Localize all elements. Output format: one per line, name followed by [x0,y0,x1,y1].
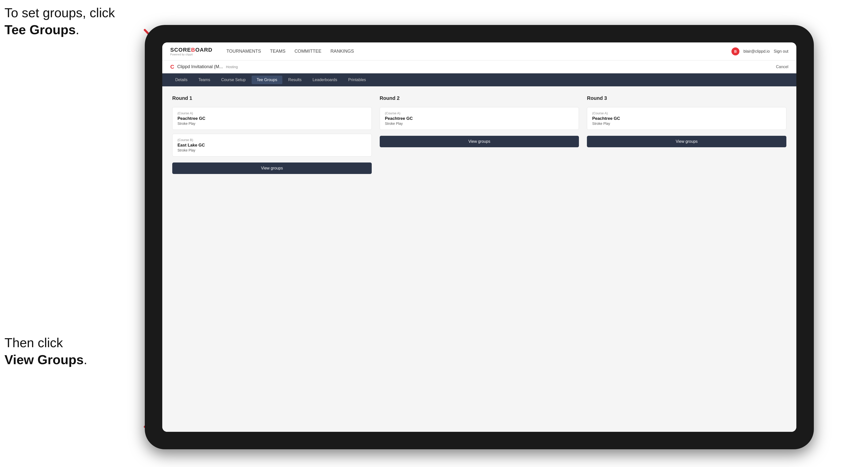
logo-area: SCOREBOARD Powered by clippit [170,47,212,56]
instruction-top-line1: To set groups, click [4,5,115,20]
round-3-course-a-name: Peachtree GC [592,116,781,121]
instruction-top-bold: Tee Groups [4,23,75,37]
round-1-course-a-card: (Course A) Peachtree GC Stroke Play [172,107,372,130]
round-3-course-a-card: (Course A) Peachtree GC Stroke Play [587,107,786,130]
round-2-course-a-card: (Course A) Peachtree GC Stroke Play [380,107,579,130]
sign-out-link[interactable]: Sign out [774,49,788,54]
tournament-title: C Clippd Invitational (M... Hosting [170,64,238,70]
logo-c: B [191,47,195,53]
logo-text: SCOREBOARD [170,47,212,53]
round-3-title: Round 3 [587,95,786,101]
user-avatar: B [732,48,739,55]
tournament-c-logo: C [170,64,174,70]
round-1-course-b-label: (Course B) [178,138,367,142]
tab-course-setup[interactable]: Course Setup [216,75,251,84]
user-email: blair@clippd.io [743,49,770,54]
instruction-top: To set groups, click Tee Groups. [4,4,115,38]
tab-leaderboards[interactable]: Leaderboards [308,75,342,84]
nav-links: TOURNAMENTS TEAMS COMMITTEE RANKINGS [226,48,721,55]
hosting-badge: Hosting [226,65,238,69]
instruction-bottom-bold: View Groups [4,352,84,367]
tablet-frame: SCOREBOARD Powered by clippit TOURNAMENT… [145,25,814,449]
main-content: Round 1 (Course A) Peachtree GC Stroke P… [162,86,796,432]
tab-tee-groups[interactable]: Tee Groups [252,75,282,84]
round-3-course-a-label: (Course A) [592,111,781,115]
sub-nav: C Clippd Invitational (M... Hosting Canc… [162,60,796,73]
tablet-screen: SCOREBOARD Powered by clippit TOURNAMENT… [162,42,796,432]
logo-sub: Powered by clippit [170,53,212,56]
round-2-course-a-label: (Course A) [385,111,574,115]
instruction-bottom-suffix: . [84,352,87,367]
round-1-column: Round 1 (Course A) Peachtree GC Stroke P… [172,95,372,423]
tournament-name: Clippd Invitational (M... [177,64,223,69]
tab-details[interactable]: Details [170,75,192,84]
round-2-course-a-type: Stroke Play [385,122,574,126]
nav-teams[interactable]: TEAMS [270,48,286,55]
round-3-course-a-type: Stroke Play [592,122,781,126]
tab-results[interactable]: Results [283,75,307,84]
round-1-view-groups-button[interactable]: View groups [172,162,372,174]
nav-tournaments[interactable]: TOURNAMENTS [226,48,261,55]
cancel-button[interactable]: Cancel [776,65,788,69]
nav-right: B blair@clippd.io Sign out [732,48,788,55]
round-1-course-b-name: East Lake GC [178,143,367,148]
round-2-view-groups-button[interactable]: View groups [380,136,579,147]
instruction-bottom-line1: Then click [4,336,63,350]
round-1-course-a-name: Peachtree GC [178,116,367,121]
top-nav: SCOREBOARD Powered by clippit TOURNAMENT… [162,42,796,60]
nav-committee[interactable]: COMMITTEE [294,48,321,55]
round-2-column: Round 2 (Course A) Peachtree GC Stroke P… [380,95,579,423]
round-1-course-a-type: Stroke Play [178,122,367,126]
instruction-top-suffix: . [75,23,79,37]
round-1-course-a-label: (Course A) [178,111,367,115]
instruction-bottom: Then click View Groups. [4,335,87,368]
round-2-course-a-name: Peachtree GC [385,116,574,121]
round-1-title: Round 1 [172,95,372,101]
tab-bar: Details Teams Course Setup Tee Groups Re… [162,73,796,86]
round-1-course-b-type: Stroke Play [178,148,367,152]
round-3-column: Round 3 (Course A) Peachtree GC Stroke P… [587,95,786,423]
round-3-view-groups-button[interactable]: View groups [587,136,786,147]
round-2-title: Round 2 [380,95,579,101]
tab-teams[interactable]: Teams [193,75,215,84]
tab-printables[interactable]: Printables [343,75,371,84]
round-1-course-b-card: (Course B) East Lake GC Stroke Play [172,134,372,156]
nav-rankings[interactable]: RANKINGS [331,48,354,55]
